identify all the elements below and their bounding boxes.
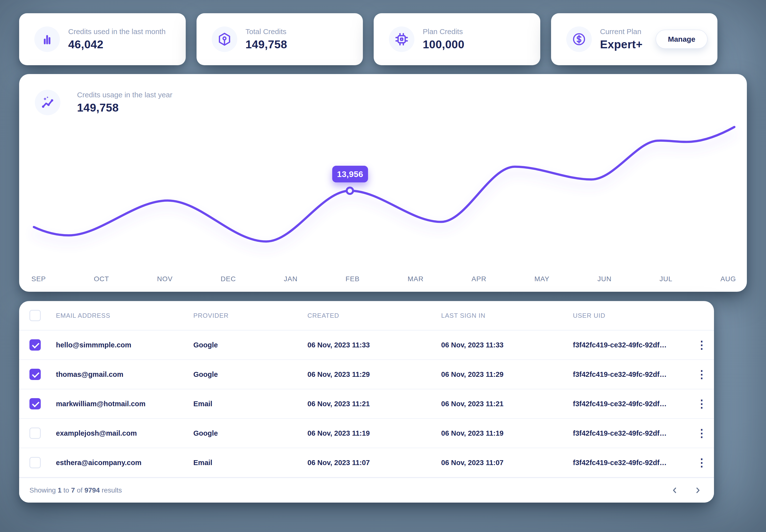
bar-chart-icon <box>34 26 60 52</box>
select-all-checkbox[interactable] <box>29 310 41 321</box>
table-row: examplejosh@mail.com Google 06 Nov, 2023… <box>19 419 714 448</box>
cell-created: 06 Nov, 2023 11:07 <box>307 459 441 467</box>
x-axis-tick: MAY <box>534 275 549 283</box>
cell-last-sign-in: 06 Nov, 2023 11:19 <box>441 429 573 437</box>
chevron-left-icon[interactable] <box>667 482 683 498</box>
users-table-panel: EMAIL ADDRESS PROVIDER CREATED LAST SIGN… <box>19 301 714 503</box>
card-credits-used: Credits used in the last month 46,042 <box>19 13 186 65</box>
x-axis-tick: OCT <box>94 275 109 283</box>
table-row: markwilliam@hotmail.com Email 06 Nov, 20… <box>19 389 714 419</box>
of-label: of <box>77 486 82 494</box>
cell-last-sign-in: 06 Nov, 2023 11:21 <box>441 400 573 408</box>
cell-last-sign-in: 06 Nov, 2023 11:33 <box>441 341 573 349</box>
chip-icon <box>389 26 414 52</box>
row-actions-kebab-icon[interactable] <box>694 454 709 471</box>
x-axis-tick: SEP <box>31 275 46 283</box>
x-axis-tick: JAN <box>284 275 298 283</box>
card-value: 46,042 <box>68 38 165 51</box>
showing-label: Showing <box>29 486 56 494</box>
pagination-controls <box>667 482 706 498</box>
column-header-email: EMAIL ADDRESS <box>56 312 194 319</box>
table-header-row: EMAIL ADDRESS PROVIDER CREATED LAST SIGN… <box>19 301 714 330</box>
cell-user-uid: f3f42fc419-ce32-49fc-92df… <box>573 370 687 379</box>
table-row: thomas@gmail.com Google 06 Nov, 2023 11:… <box>19 360 714 389</box>
cell-created: 06 Nov, 2023 11:21 <box>307 400 441 408</box>
card-label: Credits used in the last month <box>68 27 165 36</box>
table-footer: Showing 1 to 7 of 9794 results <box>19 478 714 503</box>
column-header-created: CREATED <box>307 312 441 319</box>
chart-tooltip: 13,956 <box>332 166 368 182</box>
x-axis-tick: APR <box>471 275 486 283</box>
row-actions-kebab-icon[interactable] <box>694 336 709 354</box>
x-axis-tick: JUL <box>660 275 673 283</box>
row-actions-kebab-icon[interactable] <box>694 424 709 442</box>
card-label: Total Credits <box>246 27 287 36</box>
row-checkbox[interactable] <box>29 428 41 439</box>
manage-plan-button[interactable]: Manage <box>656 30 708 49</box>
cell-provider: Email <box>194 400 307 408</box>
cell-provider: Google <box>194 429 307 437</box>
row-checkbox[interactable] <box>29 339 41 351</box>
highlighted-point-marker[interactable] <box>347 188 353 194</box>
column-header-provider: PROVIDER <box>194 312 307 319</box>
column-header-user-uid: USER UID <box>573 312 687 319</box>
row-actions-kebab-icon[interactable] <box>694 366 709 383</box>
chevron-right-icon[interactable] <box>690 482 706 498</box>
credits-usage-chart-panel: Credits usage in the last year 149,758 1… <box>19 74 747 292</box>
cell-provider: Google <box>194 370 307 379</box>
x-axis-tick: JUN <box>598 275 612 283</box>
cell-created: 06 Nov, 2023 11:33 <box>307 341 441 349</box>
card-plan-credits: Plan Credits 100,000 <box>374 13 540 65</box>
results-summary: Showing 1 to 7 of 9794 results <box>29 486 122 494</box>
x-axis-tick: AUG <box>720 275 736 283</box>
cell-email: hello@simmmple.com <box>56 341 194 349</box>
stat-cards-row: Credits used in the last month 46,042 To… <box>19 13 717 65</box>
card-value: 149,758 <box>246 38 287 51</box>
chart-title: Credits usage in the last year <box>77 91 172 99</box>
x-axis-tick: MAR <box>408 275 423 283</box>
to-label: to <box>63 486 69 494</box>
cell-email: esthera@aicompany.com <box>56 459 194 467</box>
x-axis-tick: NOV <box>157 275 173 283</box>
results-to: 7 <box>71 486 75 494</box>
cell-user-uid: f3f42fc419-ce32-49fc-92df… <box>573 429 687 437</box>
usage-line <box>34 127 734 241</box>
dollar-icon <box>566 26 592 52</box>
x-axis-labels: SEP OCT NOV DEC JAN FEB MAR APR MAY JUN … <box>19 275 747 283</box>
x-axis-tick: FEB <box>345 275 359 283</box>
cell-last-sign-in: 06 Nov, 2023 11:07 <box>441 459 573 467</box>
card-value: 100,000 <box>423 38 464 51</box>
cell-email: thomas@gmail.com <box>56 370 194 379</box>
cell-email: markwilliam@hotmail.com <box>56 400 194 408</box>
results-total: 9794 <box>84 486 100 494</box>
card-label: Current Plan <box>600 27 643 36</box>
cube-icon <box>212 26 237 52</box>
cell-provider: Google <box>194 341 307 349</box>
cell-created: 06 Nov, 2023 11:19 <box>307 429 441 437</box>
cell-created: 06 Nov, 2023 11:29 <box>307 370 441 379</box>
cell-email: examplejosh@mail.com <box>56 429 194 437</box>
cell-user-uid: f3f42fc419-ce32-49fc-92df… <box>573 459 687 467</box>
card-current-plan: Current Plan Expert+ Manage <box>551 13 718 65</box>
row-checkbox[interactable] <box>29 457 41 468</box>
cell-user-uid: f3f42fc419-ce32-49fc-92df… <box>573 400 687 408</box>
row-actions-kebab-icon[interactable] <box>694 395 709 413</box>
row-checkbox[interactable] <box>29 398 41 409</box>
results-label: results <box>101 486 122 494</box>
cell-provider: Email <box>194 459 307 467</box>
card-value: Expert+ <box>600 38 643 51</box>
cell-last-sign-in: 06 Nov, 2023 11:29 <box>441 370 573 379</box>
table-row: esthera@aicompany.com Email 06 Nov, 2023… <box>19 448 714 478</box>
x-axis-tick: DEC <box>221 275 236 283</box>
table-row: hello@simmmple.com Google 06 Nov, 2023 1… <box>19 330 714 360</box>
row-checkbox[interactable] <box>29 369 41 380</box>
column-header-last-sign-in: LAST SIGN IN <box>441 312 573 319</box>
card-label: Plan Credits <box>423 27 464 36</box>
cell-user-uid: f3f42fc419-ce32-49fc-92df… <box>573 341 687 349</box>
credits-usage-line-chart[interactable] <box>19 103 747 265</box>
card-total-credits: Total Credits 149,758 <box>197 13 363 65</box>
results-from: 1 <box>58 486 62 494</box>
